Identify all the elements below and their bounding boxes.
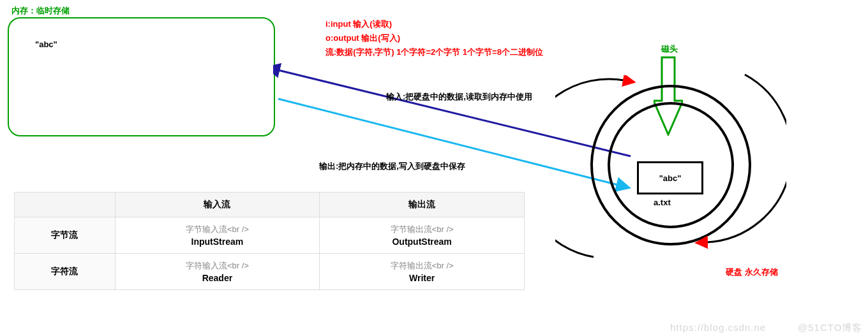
cell-char-out: 字符输出流<br /> Writer [320,254,525,290]
cell-sub: 字节输出流<br /> [324,224,520,235]
memory-value: "abc" [35,40,57,49]
table-row: 字节流 字节输入流<br /> InputStream 字节输出流<br /> … [15,217,525,254]
cell-sub: 字符输入流<br /> [119,260,316,272]
cell-main: Writer [324,273,520,283]
note-output: o:output 输出(写入) [326,32,400,45]
cell-main: Reader [119,273,316,283]
cell-sub: 字节输入流<br /> [119,224,316,235]
cell-byte-in: 字节输入流<br /> InputStream [115,217,320,254]
flow-input-label: 输入:把硬盘中的数据,读取到内存中使用 [386,91,532,103]
table-row: 字符流 字符输入流<br /> Reader 字符输出流<br /> Write… [15,254,525,290]
rotation-arrow-left-icon [555,75,648,263]
cell-main: OutputStream [324,237,520,247]
diagram-canvas: 内存：临时存储 "abc" i:input 输入(读取) o:output 输出… [0,0,868,336]
cell-byte-out: 字节输出流<br /> OutputStream [320,217,525,254]
cell-main: InputStream [119,237,316,247]
cell-sub: 字符输出流<br /> [324,260,520,272]
cell-char-in: 字符输入流<br /> Reader [115,254,320,290]
table-corner [15,193,116,217]
note-input: i:input 输入(读取) [326,18,392,31]
row-char: 字符流 [15,254,116,290]
note-stream: 流:数据(字符,字节) 1个字符=2个字节 1个字节=8个二进制位 [326,46,543,59]
header-output: 输出流 [320,193,525,217]
rotation-arrow-right-icon [694,67,786,249]
flow-output-label: 输出:把内存中的数据,写入到硬盘中保存 [319,161,465,172]
watermark-51cto: @51CTO博客 [798,322,862,334]
memory-label: 内存：临时存储 [11,5,70,17]
header-input: 输入流 [115,193,320,217]
memory-box [8,17,275,136]
file-name: a.txt [654,198,671,207]
row-byte: 字节流 [15,217,116,254]
stream-table: 输入流 输出流 字节流 字节输入流<br /> InputStream 字节输出… [14,192,525,290]
disk-label: 硬盘 永久存储 [726,267,778,278]
file-value: "abc" [659,173,682,183]
watermark-csdn: https://blog.csdn.ne [670,322,766,333]
disk-head-label: 磁头 [661,43,678,55]
